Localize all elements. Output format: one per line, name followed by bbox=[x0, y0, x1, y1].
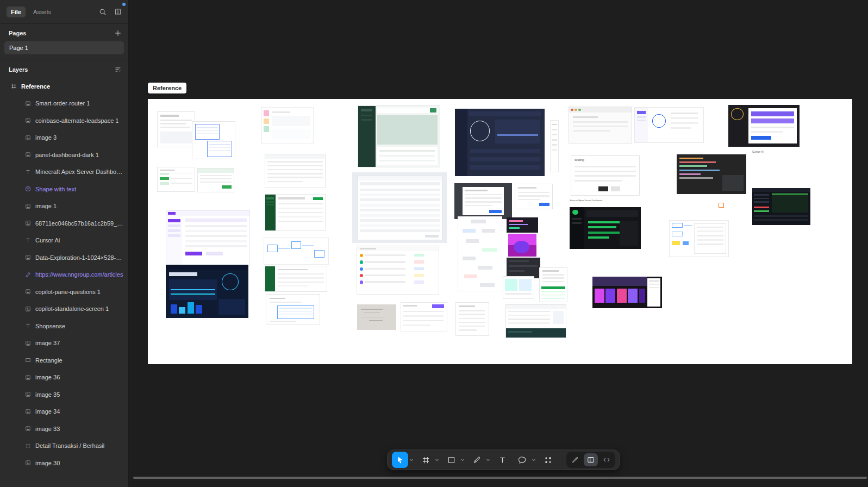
canvas[interactable]: Reference testing Minecraft Apex Server … bbox=[129, 0, 868, 487]
layer-item-shopsense[interactable]: Shopsense bbox=[0, 317, 128, 335]
layer-item-minecraft-apex-server-dashboard[interactable]: Minecraft Apex Server Dashboard bbox=[0, 164, 128, 181]
thumb-block bbox=[291, 241, 302, 249]
thumb-flow-table-blue[interactable] bbox=[669, 220, 729, 257]
frame-label[interactable]: Reference bbox=[148, 83, 186, 93]
thumb-teal-cards[interactable] bbox=[503, 276, 534, 299]
thumb-tall-strip[interactable] bbox=[550, 120, 559, 172]
layer-item-coinbase-alternate-leadspace-1[interactable]: coinbase-alternate-leadspace 1 bbox=[0, 112, 128, 129]
thumb-dark-card-purple[interactable] bbox=[728, 105, 800, 147]
add-page-icon[interactable] bbox=[114, 29, 122, 37]
thumb-purple-art[interactable] bbox=[508, 234, 536, 257]
actions-tool[interactable] bbox=[540, 452, 556, 468]
move-tool[interactable] bbox=[392, 452, 408, 468]
thumb-teal-footer-table[interactable] bbox=[505, 304, 566, 338]
thumb-terminal[interactable] bbox=[677, 154, 746, 194]
layer-item-https-www-nngroup-com-articles[interactable]: https://www.nngroup.com/articles bbox=[0, 266, 128, 284]
thumb-green-table-a[interactable] bbox=[157, 167, 195, 192]
search-icon[interactable] bbox=[99, 8, 107, 16]
layer-item-panel-dashboard-dark-1[interactable]: panel-dashboard-dark 1 bbox=[0, 146, 128, 164]
layer-item-image-37[interactable]: image 37 bbox=[0, 335, 128, 352]
thumb-dark-window-small[interactable] bbox=[507, 258, 540, 278]
thumb-mindmap[interactable] bbox=[458, 216, 502, 291]
design-mode-button[interactable] bbox=[584, 453, 598, 466]
shape-tool[interactable] bbox=[443, 452, 459, 468]
thumb-sketch-photo[interactable] bbox=[357, 304, 396, 330]
thumb-block bbox=[754, 198, 769, 199]
layer-item-image-30[interactable]: image 30 bbox=[0, 454, 128, 472]
layer-item-rectangle[interactable]: Rectangle bbox=[0, 352, 128, 369]
thumb-green-table-b[interactable] bbox=[197, 168, 234, 192]
thumb-small-dialog[interactable] bbox=[515, 184, 553, 209]
layer-item-data-exploration-1-1024-528-1-1[interactable]: Data-Exploration-1-1024×528-1 1 bbox=[0, 249, 128, 266]
thumb-minecraft-dashboard[interactable] bbox=[570, 207, 641, 249]
shape-tool-dropdown-icon[interactable] bbox=[460, 458, 465, 462]
layer-label: Data-Exploration-1-1024×528-1 1 bbox=[35, 254, 124, 261]
pages-header: Pages bbox=[9, 30, 26, 36]
thumb-smart-order-tables[interactable] bbox=[192, 121, 235, 159]
thumb-block bbox=[459, 314, 485, 315]
layer-item-image-35[interactable]: image 35 bbox=[0, 386, 128, 403]
thumb-victory-board[interactable] bbox=[358, 105, 440, 167]
pen-tool[interactable] bbox=[469, 452, 485, 468]
text-tool[interactable] bbox=[494, 452, 510, 468]
frame-tool[interactable] bbox=[417, 452, 434, 468]
thumb-code-editor[interactable] bbox=[507, 217, 538, 233]
thumb-mac-window[interactable] bbox=[569, 107, 632, 143]
dev-mode-button[interactable] bbox=[600, 453, 614, 466]
layer-options-icon[interactable] bbox=[114, 66, 122, 73]
thumb-block bbox=[360, 280, 363, 284]
thumb-pastel-dashboard[interactable] bbox=[261, 107, 314, 144]
thumb-doc-list[interactable] bbox=[455, 302, 489, 336]
layer-item-image-3[interactable]: image 3 bbox=[0, 129, 128, 147]
move-tool-dropdown-icon[interactable] bbox=[409, 458, 414, 462]
canvas-orange-rect[interactable] bbox=[719, 203, 724, 208]
layer-item-copilot-standalone-screen-1[interactable]: copilot-standalone-screen 1 bbox=[0, 301, 128, 318]
thumb-block bbox=[195, 124, 220, 140]
horizontal-scrollbar[interactable] bbox=[133, 477, 867, 479]
thumb-block bbox=[466, 239, 479, 243]
layer-item-68711ec046bc57b16a1c2b59-ad[interactable]: 68711ec046bc57b16a1c2b59_AD_ bbox=[0, 215, 128, 232]
thumb-doc-green-footer[interactable] bbox=[539, 267, 567, 302]
thumb-block bbox=[379, 150, 435, 152]
layer-item-image-34[interactable]: image 34 bbox=[0, 403, 128, 421]
thumb-flow-blue[interactable] bbox=[264, 238, 329, 265]
toolbar bbox=[387, 449, 620, 470]
thumb-green-sidebar-table-2[interactable] bbox=[265, 266, 327, 292]
draw-mode-button[interactable] bbox=[568, 453, 582, 466]
library-icon[interactable] bbox=[114, 8, 122, 16]
thumb-trading-dark[interactable] bbox=[752, 188, 810, 225]
comment-tool-dropdown-icon[interactable] bbox=[532, 458, 536, 462]
layer-item-detail-transaksi-berhasil[interactable]: Detail Transaksi / Berhasil bbox=[0, 438, 128, 455]
thumb-dark-dialog[interactable] bbox=[454, 183, 512, 219]
layer-item-cursor-ai[interactable]: Cursor Ai bbox=[0, 232, 128, 249]
layer-item-image-1[interactable]: image 1 bbox=[0, 198, 128, 215]
thumb-green-sidebar-table[interactable] bbox=[265, 194, 326, 231]
layer-item-reference[interactable]: Reference bbox=[0, 78, 128, 95]
frame-tool-dropdown-icon[interactable] bbox=[435, 458, 439, 462]
thumb-smart-order-doc[interactable] bbox=[157, 111, 195, 147]
thumb-navy-analytics[interactable] bbox=[166, 265, 248, 318]
thumb-blue-donut-dashboard[interactable] bbox=[634, 107, 704, 143]
thumb-media-dark[interactable] bbox=[592, 277, 662, 308]
canvas-text-minecraft-apex-server-dashboard[interactable]: Minecraft Apex Server Dashboard bbox=[570, 199, 602, 202]
layer-item-image-36[interactable]: image 36 bbox=[0, 369, 128, 386]
canvas-text-cursor-ai[interactable]: Cursor Ai bbox=[752, 150, 764, 153]
tab-file[interactable]: File bbox=[7, 7, 26, 17]
thumb-plain-table[interactable] bbox=[265, 154, 326, 188]
thumb-doc-blue-table[interactable] bbox=[266, 294, 320, 325]
comment-tool[interactable] bbox=[514, 452, 530, 468]
thumb-testing-window[interactable]: testing bbox=[571, 155, 640, 196]
thumb-big-table[interactable] bbox=[358, 175, 442, 240]
pen-tool-dropdown-icon[interactable] bbox=[486, 458, 490, 462]
thumb-purple-admin[interactable] bbox=[166, 210, 250, 266]
layer-item-image-33[interactable]: image 33 bbox=[0, 420, 128, 438]
thumb-navy-dashboard[interactable] bbox=[455, 109, 545, 176]
layer-item-copilot-pane-questions-1[interactable]: copilot-pane-questions 1 bbox=[0, 283, 128, 301]
page-item-page-1[interactable]: Page 1 bbox=[4, 41, 124, 54]
thumb-purple-button-table[interactable] bbox=[401, 302, 447, 332]
thumb-avatar-table[interactable] bbox=[357, 246, 439, 295]
layer-item-shape-with-text[interactable]: Shape with text bbox=[0, 180, 128, 198]
layer-item-smart-order-router-1[interactable]: Smart-order-router 1 bbox=[0, 95, 128, 113]
thumb-block bbox=[361, 309, 383, 309]
tab-assets[interactable]: Assets bbox=[33, 9, 51, 15]
